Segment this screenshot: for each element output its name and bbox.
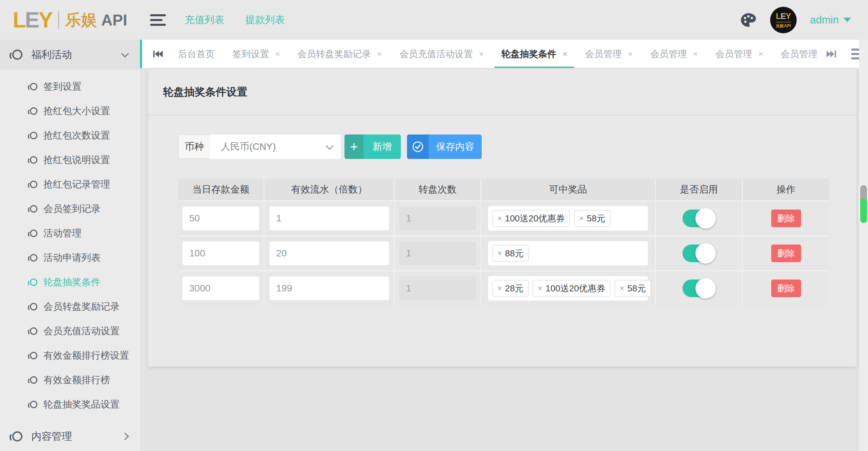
currency-select[interactable]: 人民币(CNY) <box>210 134 341 159</box>
save-content-button[interactable]: 保存内容 <box>407 134 482 159</box>
tab-recharge-activity-setting[interactable]: 会员充值活动设置× <box>391 40 493 68</box>
topnav: 充值列表 提款列表 <box>185 13 285 27</box>
topbar-right: LEY 乐娱API admin <box>740 7 868 33</box>
menu-item-icon <box>30 352 37 359</box>
tab-close-icon[interactable]: × <box>628 49 633 59</box>
flow-input[interactable] <box>269 276 389 300</box>
tabs-scroll-right-icon[interactable] <box>826 50 836 58</box>
tab-checkin-setting[interactable]: 签到设置× <box>224 40 289 68</box>
sidebar-item-roulette-prize-setting[interactable]: 轮盘抽奖奖品设置 <box>0 392 140 417</box>
times-input <box>399 241 476 265</box>
brand-ley-text: LEY <box>13 7 52 33</box>
sidebar-item-wheel-reward-records[interactable]: 会员转盘奖励记录 <box>0 294 140 319</box>
sidebar-group-welfare[interactable]: 福利活动 <box>0 40 140 70</box>
scrollbar-track[interactable] <box>859 40 868 451</box>
sidebar-item-member-checkin-records[interactable]: 会员签到记录 <box>0 197 140 221</box>
scrollbar-thumb[interactable] <box>860 185 867 223</box>
table-row: ×88元 删除 <box>178 235 829 270</box>
select-chevron-icon <box>326 142 334 150</box>
topbar: LEY 乐娱 API 充值列表 提款列表 LEY 乐娱API admin <box>0 0 868 40</box>
tag-remove-icon[interactable]: × <box>497 214 502 223</box>
sidebar-collapse-icon[interactable] <box>150 14 166 26</box>
user-avatar[interactable]: LEY 乐娱API <box>770 7 797 33</box>
tag-remove-icon[interactable]: × <box>497 249 502 258</box>
tab-member-management-1[interactable]: 会员管理× <box>576 40 641 68</box>
tag-remove-icon[interactable]: × <box>579 214 584 223</box>
tab-dashboard[interactable]: 后台首页 <box>169 40 224 68</box>
tab-close-icon[interactable]: × <box>377 49 382 59</box>
delete-row-button[interactable]: 删除 <box>771 245 801 262</box>
prizes-tags-box[interactable]: ×88元 <box>488 241 648 266</box>
menu-item-icon <box>30 327 37 335</box>
roulette-conditions-card: 轮盘抽奖条件设置 币种 人民币(CNY) + 新增 <box>148 69 856 366</box>
tabs-scroll-left-icon[interactable] <box>153 50 163 58</box>
card-body: 币种 人民币(CNY) + 新增 保存内容 <box>148 115 856 305</box>
tag-remove-icon[interactable]: × <box>497 284 502 293</box>
sidebar-item-checkin-setting[interactable]: 签到设置 <box>0 74 140 99</box>
sidebar-group-content-management[interactable]: 内容管理 <box>0 421 140 451</box>
sidebar-item-valid-amount-ranking-setting[interactable]: 有效金额排行榜设置 <box>0 343 140 368</box>
menu-item-icon <box>30 181 37 188</box>
deposit-input[interactable] <box>182 276 259 300</box>
sidebar-item-redpacket-desc[interactable]: 抢红包说明设置 <box>0 148 140 172</box>
sidebar: 福利活动 签到设置 抢红包大小设置 抢红包次数设置 抢红包说明设置 抢红包记录管… <box>0 40 140 451</box>
sidebar-item-recharge-activity-setting[interactable]: 会员充值活动设置 <box>0 319 140 343</box>
prize-tag: ×58元 <box>615 280 651 297</box>
chevron-right-icon <box>121 433 129 440</box>
user-menu[interactable]: admin <box>810 14 851 26</box>
col-header-times: 转盘次数 <box>395 179 481 200</box>
tab-roulette-conditions[interactable]: 轮盘抽奖条件× <box>493 40 576 68</box>
menu-item-icon <box>30 401 37 408</box>
tab-wheel-reward-records[interactable]: 会员转盘奖励记录× <box>289 40 391 68</box>
nav-withdraw-list[interactable]: 提款列表 <box>245 13 285 27</box>
sidebar-item-redpacket-size[interactable]: 抢红包大小设置 <box>0 99 140 123</box>
flow-input[interactable] <box>269 241 389 265</box>
menu-item-icon <box>30 132 37 139</box>
menu-item-icon <box>30 230 37 237</box>
tab-close-icon[interactable]: × <box>563 49 567 59</box>
add-row-button[interactable]: + 新增 <box>344 134 401 159</box>
menu-item-icon <box>30 83 37 90</box>
tab-member-management-2[interactable]: 会员管理× <box>641 40 707 68</box>
flow-input[interactable] <box>269 206 389 230</box>
brand-logo: LEY 乐娱 API <box>0 7 140 33</box>
deposit-input[interactable] <box>182 206 259 230</box>
sidebar-item-activity-management[interactable]: 活动管理 <box>0 221 140 246</box>
theme-palette-icon[interactable] <box>740 13 757 28</box>
currency-form-row: 币种 人民币(CNY) + 新增 保存内容 <box>178 134 843 159</box>
page-title: 轮盘抽奖条件设置 <box>148 69 856 115</box>
delete-row-button[interactable]: 删除 <box>771 279 801 297</box>
col-header-deposit: 当日存款金额 <box>178 179 264 200</box>
tab-member-management-3[interactable]: 会员管理× <box>707 40 772 68</box>
tabbar: 后台首页 签到设置× 会员转盘奖励记录× 会员充值活动设置× 轮盘抽奖条件× 会… <box>140 40 868 68</box>
col-header-enabled: 是否启用 <box>656 179 743 200</box>
deposit-input[interactable] <box>182 241 259 265</box>
tab-close-icon[interactable]: × <box>758 49 763 59</box>
toggle-knob <box>695 278 716 299</box>
prizes-tags-box[interactable]: ×28元 ×100送20优惠券 ×58元 <box>488 276 648 301</box>
enable-toggle[interactable] <box>683 245 715 262</box>
prizes-tags-box[interactable]: ×100送20优惠券 ×58元 <box>488 206 648 231</box>
nav-recharge-list[interactable]: 充值列表 <box>185 13 224 27</box>
sidebar-item-activity-applications[interactable]: 活动申请列表 <box>0 246 140 270</box>
toggle-knob <box>695 243 716 264</box>
sidebar-item-roulette-conditions[interactable]: 轮盘抽奖条件 <box>0 270 140 294</box>
tag-remove-icon[interactable]: × <box>620 284 624 293</box>
menu-item-icon <box>30 376 37 384</box>
delete-row-button[interactable]: 删除 <box>771 210 801 227</box>
sidebar-item-redpacket-records[interactable]: 抢红包记录管理 <box>0 172 140 197</box>
table-row: ×28元 ×100送20优惠券 ×58元 删除 <box>178 270 829 305</box>
enable-toggle[interactable] <box>683 279 715 297</box>
tab-close-icon[interactable]: × <box>275 49 280 59</box>
tab-member-management-4[interactable]: 会员管理 <box>772 40 826 68</box>
enable-toggle[interactable] <box>683 210 715 227</box>
tab-close-icon[interactable]: × <box>479 49 484 59</box>
currency-selected-value: 人民币(CNY) <box>221 140 276 153</box>
tag-remove-icon[interactable]: × <box>538 284 542 293</box>
sidebar-item-valid-amount-ranking[interactable]: 有效金额排行榜 <box>0 368 140 392</box>
username: admin <box>810 14 839 26</box>
tab-close-icon[interactable]: × <box>693 49 698 59</box>
menu-item-icon <box>30 254 37 261</box>
col-header-prizes: 可中奖品 <box>481 179 656 200</box>
sidebar-item-redpacket-times[interactable]: 抢红包次数设置 <box>0 123 140 148</box>
